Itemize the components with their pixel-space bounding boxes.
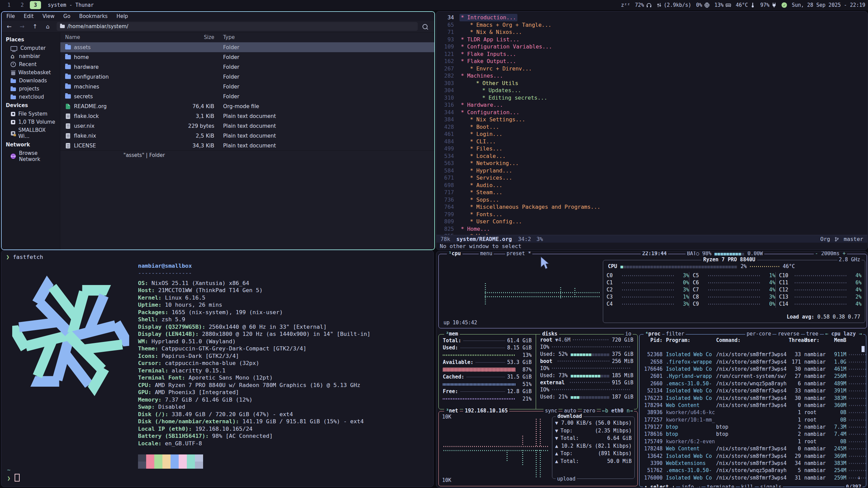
- status-ok-icon[interactable]: ✓: [782, 2, 787, 8]
- file-row[interactable]: machines Folder: [60, 82, 434, 92]
- workspace-button[interactable]: 1: [3, 1, 15, 9]
- filter-button[interactable]: filter: [665, 330, 686, 338]
- column-size[interactable]: Size: [180, 34, 214, 40]
- org-heading[interactable]: 809 *User Config...: [436, 218, 867, 225]
- org-heading[interactable]: 109 *Configuration Variables...: [436, 43, 867, 50]
- header-threads[interactable]: Threads:: [789, 337, 801, 351]
- org-heading[interactable]: 825 *Home...: [436, 225, 867, 233]
- org-heading[interactable]: 698 *Audio...: [436, 182, 867, 189]
- process-row[interactable]: 52368 Isolated Web Co /nix/store/sm8fmrf…: [639, 351, 866, 358]
- org-heading[interactable]: 499 *Files...: [436, 145, 867, 152]
- sidebar-item[interactable]: Computer: [2, 44, 60, 52]
- org-heading[interactable]: 93 *TLDR App List...: [436, 36, 867, 43]
- org-heading[interactable]: 65 *Emacs + Org + Tangle...: [436, 21, 867, 29]
- preset-button[interactable]: preset *: [505, 251, 532, 257]
- org-heading[interactable]: 736 *Sops...: [436, 196, 867, 204]
- process-row[interactable]: 175749 kworker/6:2-even 1 root 0B 0.0: [639, 438, 866, 445]
- org-heading[interactable]: 563 *Networking...: [436, 160, 867, 167]
- menu-item[interactable]: View: [42, 13, 55, 19]
- terminate-button[interactable]: terminate: [706, 484, 736, 488]
- process-row[interactable]: 13642 Isolated Web Co /nix/store/sm8fmrf…: [639, 452, 866, 460]
- memory-module[interactable]: 13%: [714, 2, 731, 8]
- process-row[interactable]: 178248 Web Content /nix/store/sm8fmrf3wp…: [639, 445, 866, 452]
- home-button[interactable]: ⌂: [44, 23, 52, 30]
- org-heading[interactable]: 162 *Flake Output...: [436, 58, 867, 65]
- proc-box-title[interactable]: ⁴proc: [644, 330, 662, 338]
- cpu-box-title[interactable]: ¹cpu: [447, 251, 462, 257]
- header-program[interactable]: Program:: [663, 337, 716, 351]
- header-memory[interactable]: MemB: [830, 337, 846, 351]
- process-scrollbar[interactable]: [862, 346, 865, 352]
- org-heading[interactable]: 671 *Services...: [436, 174, 867, 182]
- menu-item[interactable]: Bookmarks: [79, 13, 108, 19]
- org-heading[interactable]: 484 *CLI...: [436, 138, 867, 145]
- shell-prompt-bottom[interactable]: ~ ❯: [7, 466, 20, 482]
- header-command[interactable]: Command:: [716, 337, 789, 351]
- tree-toggle[interactable]: tree: [805, 330, 820, 338]
- file-row[interactable]: assets Folder: [60, 42, 434, 52]
- reverse-toggle[interactable]: reverse: [776, 330, 801, 338]
- temperature-module[interactable]: 46°C: [736, 2, 755, 8]
- process-row[interactable]: 2658 .firefox-wrappe /nix/store/sm8fmrf3…: [639, 358, 866, 365]
- process-row[interactable]: 2660 .emacs-31.0.50- /nix/store/wnqz5pa8…: [639, 380, 866, 387]
- back-button[interactable]: ←: [5, 23, 13, 30]
- org-heading[interactable]: 303 *Other Utils: [436, 80, 867, 87]
- file-row[interactable]: README.org 76,4 KiB Org-mode file: [60, 101, 434, 111]
- battery-module[interactable]: 97%: [760, 2, 777, 8]
- process-row[interactable]: 176000 Isolated Web Co /nix/store/sm8fmr…: [639, 474, 866, 482]
- workspace-button[interactable]: 2: [17, 1, 28, 9]
- interval-plus-button[interactable]: +: [843, 251, 846, 257]
- org-heading[interactable]: 304 *Updates...: [436, 87, 867, 94]
- sort-column-control[interactable]: ← cpu lazy →: [824, 330, 863, 338]
- sidebar-item[interactable]: nextcloud: [2, 93, 60, 101]
- process-row[interactable]: 179127 btop btop 2 nambiar 7.3M 0.0: [639, 424, 866, 431]
- header-user[interactable]: User:: [801, 337, 830, 351]
- org-heading[interactable]: 799 *Fonts...: [436, 211, 867, 218]
- menu-item[interactable]: Go: [63, 13, 71, 19]
- process-row[interactable]: 2601 .Hyprland-wrapp /run/current-system…: [639, 373, 866, 380]
- column-name[interactable]: Name: [60, 34, 180, 40]
- major-mode[interactable]: Org: [820, 236, 830, 243]
- sidebar-item[interactable]: Wastebasket: [2, 68, 60, 77]
- org-heading[interactable]: 267 *Envrc + Direnv...: [436, 65, 867, 73]
- org-heading[interactable]: 71 *Nix & Nixos...: [436, 28, 867, 36]
- buffer-name[interactable]: system/README.org: [456, 236, 512, 243]
- sidebar-item[interactable]: nambiar: [2, 52, 60, 60]
- process-row[interactable]: 178294 Web Content /nix/store/sm8fmrf3wp…: [639, 402, 866, 409]
- per-core-toggle[interactable]: per-core: [745, 330, 772, 338]
- btop-window[interactable]: ¹cpu menu preset * 22:19:44 BAT○ 98% ■■■…: [436, 251, 868, 488]
- org-heading[interactable]: 282 *Machines...: [436, 72, 867, 80]
- volume-module[interactable]: 72%: [635, 2, 652, 8]
- sidebar-network-item[interactable]: Browse Network: [2, 149, 60, 163]
- process-row[interactable]: 176646 Isolated Web Co /nix/store/sm8fmr…: [639, 366, 866, 373]
- git-branch-name[interactable]: master: [844, 236, 863, 243]
- kill-button[interactable]: kill: [740, 484, 755, 488]
- file-row[interactable]: LICENSE 34,3 KiB Plain text document: [60, 141, 434, 150]
- sidebar-item[interactable]: Downloads: [2, 77, 60, 85]
- sidebar-device-item[interactable]: SMALLBOX Wi...: [2, 126, 60, 140]
- org-heading[interactable]: 344 *Configuration...: [436, 109, 867, 116]
- process-row[interactable]: 176223 Isolated Web Co /nix/store/sm8fmr…: [639, 394, 866, 402]
- org-heading[interactable]: 34 *Introduction...: [436, 14, 867, 21]
- select-control[interactable]: ↑ select ↓: [643, 484, 676, 488]
- up-button[interactable]: ↑: [31, 23, 39, 30]
- org-heading[interactable]: 717 *Steam...: [436, 189, 867, 196]
- file-row[interactable]: secrets Folder: [60, 92, 434, 101]
- network-module[interactable]: (2.9kb/s): [656, 2, 691, 8]
- org-heading[interactable]: 461 *Login...: [436, 130, 867, 138]
- cpu-module[interactable]: 0%: [696, 2, 710, 8]
- signals-button[interactable]: signals: [759, 484, 783, 488]
- emacs-window[interactable]: 34 *Introduction... 65 *Emacs + Org + Ta…: [436, 11, 868, 250]
- file-row[interactable]: user.nix 229 bytes Plain text document: [60, 121, 434, 131]
- menu-button[interactable]: menu: [479, 251, 494, 257]
- zero-button[interactable]: zero: [582, 407, 597, 414]
- sidebar-device-item[interactable]: File System: [2, 110, 60, 118]
- column-type[interactable]: Type: [214, 34, 434, 40]
- process-row[interactable]: 38936 kworker/u64:6-kc 1 root 0B 0.0: [639, 409, 866, 416]
- workspace-button[interactable]: 3: [30, 1, 41, 9]
- menu-item[interactable]: File: [6, 13, 15, 19]
- process-row[interactable]: 178616 btop btop 2 nambiar 7.4M 0.0: [639, 431, 866, 438]
- process-row[interactable]: 177257 kworker/10:1-mm_ 1 root 0B 0.0: [639, 416, 866, 424]
- clock-module[interactable]: Sun, 28 Sep 2025 - 22:19: [792, 2, 865, 8]
- sidebar-item[interactable]: Recent: [2, 60, 60, 68]
